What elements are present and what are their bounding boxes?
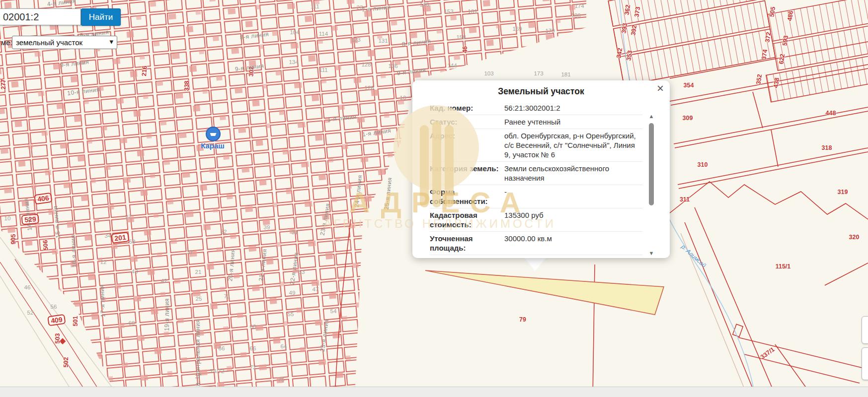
selected-parcel-polygon[interactable]: [425, 270, 664, 315]
popup-row-value: Земли сельскохозяйственного назначения: [504, 164, 642, 183]
popup-row: Статус:Ранее учтенный: [430, 115, 642, 129]
cadastral-number-input[interactable]: [0, 8, 81, 25]
popup-row-label: Кад. номер:: [430, 103, 504, 113]
popup-row: Кад. номер:56:21:3002001:2: [430, 101, 642, 115]
scroll-up-icon[interactable]: ▲: [648, 113, 655, 119]
popup-row-label: Категория земель:: [430, 164, 504, 183]
popup-row: Уточненная площадь:30000.00 кв.м: [430, 231, 642, 255]
popup-pointer: [524, 257, 547, 271]
popup-row: Разрешенное: [430, 255, 642, 257]
popup-row-value: 30000.00 кв.м: [504, 234, 642, 253]
popup-row-value: 135300 руб: [504, 210, 642, 229]
popup-row-value: -: [504, 187, 642, 206]
popup-row-label: Форма собственности:: [430, 187, 504, 206]
find-button[interactable]: Найти: [81, 8, 121, 26]
object-type-label: ме:: [1, 38, 12, 47]
poi-marker[interactable]: [206, 127, 221, 141]
close-icon[interactable]: ×: [657, 82, 664, 94]
popup-row: Адрес:обл. Оренбургская, р-н Оренбургски…: [430, 129, 642, 161]
popup-row-value: Ранее учтенный: [504, 117, 642, 127]
popup-row: Категория земель:Земли сельскохозяйствен…: [430, 161, 642, 185]
scroll-down-icon[interactable]: ▼: [648, 250, 655, 256]
parcel-info-popup: Земельный участок × Кад. номер:56:21:300…: [412, 80, 670, 258]
map-control-panel[interactable]: [862, 316, 868, 344]
object-type-select[interactable]: земельный участок ▾: [12, 36, 117, 49]
popup-row-value: обл. Оренбургская, р-н Оренбургский, с/с…: [504, 131, 642, 159]
popup-scrollbar[interactable]: ▲ ▼: [647, 113, 656, 256]
popup-rows: Кад. номер:56:21:3002001:2Статус:Ранее у…: [430, 100, 642, 257]
popup-row-label: Кадастровая стоимость:: [430, 210, 504, 229]
bottom-bar: [0, 387, 868, 397]
map-control-panel[interactable]: [862, 347, 868, 380]
popup-row-label: Уточненная площадь:: [430, 234, 504, 253]
popup-title: Земельный участок: [412, 86, 670, 97]
object-type-value: земельный участок: [16, 38, 82, 47]
popup-row: Кадастровая стоимость:135300 руб: [430, 208, 642, 231]
popup-row-value: 56:21:3002001:2: [504, 103, 642, 113]
popup-row: Форма собственности:-: [430, 185, 642, 208]
scrollbar-thumb[interactable]: [649, 123, 654, 205]
popup-row-label: Статус:: [430, 117, 504, 127]
basket-icon: [210, 132, 217, 136]
chevron-down-icon: ▾: [109, 37, 113, 46]
popup-row-label: Адрес:: [430, 131, 504, 159]
cadastral-map-app: 2772163383024690550650150350279354309310…: [0, 0, 868, 397]
